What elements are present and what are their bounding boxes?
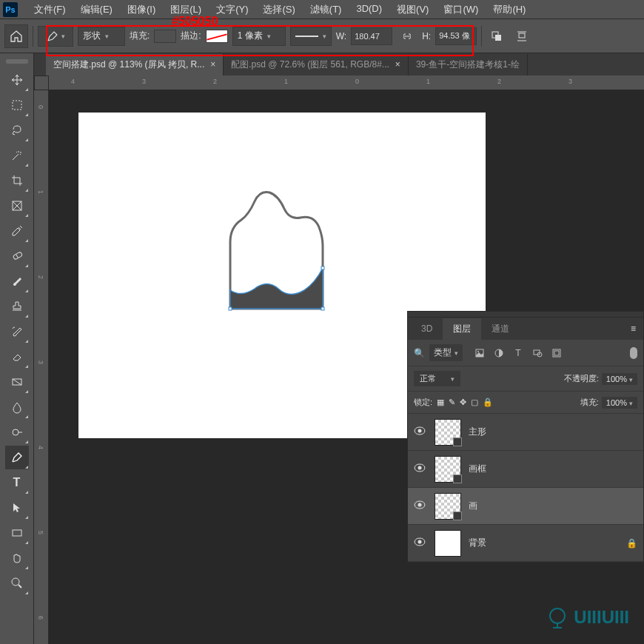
stamp-tool[interactable] <box>5 295 29 318</box>
ruler-vertical[interactable]: 0123456 <box>34 90 49 644</box>
ruler-horizontal[interactable]: 43210123 <box>49 76 644 90</box>
document-tab[interactable]: 39-鱼干-空间搭建考核1-绘 <box>409 54 528 76</box>
filter-smart-icon[interactable] <box>550 346 563 360</box>
svg-point-28 <box>418 466 422 470</box>
layer-row[interactable]: 背景🔒 <box>408 525 643 562</box>
blend-mode-value: 正常 <box>420 373 436 384</box>
link-dimensions-button[interactable] <box>397 26 417 47</box>
pen-tool[interactable] <box>5 446 29 469</box>
lock-artboard-icon[interactable]: ▢ <box>471 398 478 407</box>
search-icon: 🔍 <box>414 348 425 358</box>
stroke-swatch[interactable] <box>206 30 228 43</box>
hand-tool[interactable] <box>5 546 29 570</box>
menu-滤镜(T)[interactable]: 滤镜(T) <box>303 1 349 19</box>
w-label: W: <box>336 31 346 41</box>
tool-preset[interactable]: ▾ <box>38 26 73 47</box>
document-tab[interactable]: 空间搭建.psd @ 113% (屏风 拷贝, R...× <box>46 54 224 76</box>
fill-swatch[interactable] <box>154 30 176 43</box>
vector-shape[interactable] <box>219 187 338 320</box>
filter-type-icon[interactable]: T <box>511 346 525 360</box>
layer-row[interactable]: 画框 <box>408 451 643 488</box>
chevron-down-icon: ▾ <box>105 33 109 40</box>
eraser-tool[interactable] <box>5 345 29 369</box>
lock-brush-icon[interactable]: ✎ <box>449 398 455 407</box>
filter-type-dropdown[interactable]: 类型 ▾ <box>429 344 463 361</box>
layer-thumbnail[interactable] <box>435 419 461 446</box>
filter-shape-icon[interactable] <box>531 346 544 360</box>
menu-窗口(W)[interactable]: 窗口(W) <box>436 1 486 19</box>
menu-文件(F)[interactable]: 文件(F) <box>27 1 73 19</box>
history-brush-tool[interactable] <box>5 320 29 343</box>
layer-thumbnail[interactable] <box>435 493 461 520</box>
menu-选择(S)[interactable]: 选择(S) <box>255 1 302 19</box>
menu-编辑(E)[interactable]: 编辑(E) <box>73 1 120 19</box>
stroke-style-dropdown[interactable]: ▾ <box>290 27 332 46</box>
mode-dropdown[interactable]: 形状 ▾ <box>78 27 125 46</box>
chevron-down-icon: ▾ <box>267 33 271 40</box>
toolbar: T <box>0 53 34 644</box>
width-input[interactable] <box>351 27 392 45</box>
panel-menu-button[interactable]: ≡ <box>626 319 640 338</box>
watermark: UIIIUIII <box>546 606 629 629</box>
close-icon[interactable]: × <box>395 59 400 70</box>
menu-3D(D)[interactable]: 3D(D) <box>349 1 389 19</box>
filter-pixel-icon[interactable] <box>473 346 486 360</box>
marquee-tool[interactable] <box>5 93 29 117</box>
filter-adjust-icon[interactable] <box>492 346 506 360</box>
panel-tab-通道[interactable]: 通道 <box>481 318 520 340</box>
svg-rect-3 <box>519 33 525 38</box>
zoom-tool[interactable] <box>5 571 29 595</box>
menu-帮助(H)[interactable]: 帮助(H) <box>486 1 533 19</box>
lock-all-icon[interactable]: 🔒 <box>483 398 493 407</box>
layer-row[interactable]: 主形 <box>408 414 643 451</box>
lock-row: 锁定: ▦ ✎ ✥ ▢ 🔒 填充: 100% ▾ <box>408 392 643 414</box>
lock-position-icon[interactable]: ✥ <box>460 398 466 407</box>
lock-pixels-icon[interactable]: ▦ <box>437 398 444 407</box>
panel-grip[interactable] <box>408 312 643 318</box>
menu-视图(V)[interactable]: 视图(V) <box>389 1 436 19</box>
ps-logo: Ps <box>3 2 18 17</box>
eyedropper-tool[interactable] <box>5 219 29 243</box>
line-icon <box>295 36 318 37</box>
frame-tool[interactable] <box>5 194 29 218</box>
layer-thumbnail[interactable] <box>435 456 461 483</box>
panel-tab-图层[interactable]: 图层 <box>443 318 481 340</box>
filter-toggle[interactable] <box>630 347 637 359</box>
move-tool[interactable] <box>5 68 29 92</box>
blend-mode-dropdown[interactable]: 正常 ▾ <box>414 371 460 386</box>
opacity-input[interactable]: 100% ▾ <box>602 373 637 385</box>
type-tool[interactable]: T <box>5 471 29 494</box>
align-icon <box>516 30 528 42</box>
path-ops-button[interactable] <box>486 26 507 47</box>
ruler-corner <box>34 76 49 90</box>
gradient-tool[interactable] <box>5 370 29 394</box>
blur-tool[interactable] <box>5 395 29 419</box>
crop-tool[interactable] <box>5 169 29 192</box>
menu-图像(I)[interactable]: 图像(I) <box>120 1 163 19</box>
magic-wand-tool[interactable] <box>5 144 29 167</box>
visibility-icon[interactable] <box>414 500 427 511</box>
path-ops-icon <box>491 30 503 42</box>
align-button[interactable] <box>511 26 532 47</box>
path-select-tool[interactable] <box>5 496 29 520</box>
document-tab[interactable]: 配图.psd @ 72.6% (图层 561, RGB/8#...× <box>224 54 409 76</box>
healing-tool[interactable] <box>5 244 29 268</box>
rectangle-tool[interactable] <box>5 521 29 545</box>
height-input[interactable] <box>435 27 477 45</box>
divider <box>481 26 482 47</box>
toolbar-handle[interactable] <box>6 59 28 64</box>
lasso-tool[interactable] <box>5 118 29 142</box>
stroke-width-dropdown[interactable]: 1 像素 ▾ <box>232 27 286 46</box>
home-button[interactable] <box>4 24 28 48</box>
dodge-tool[interactable] <box>5 420 29 444</box>
panel-tab-3D[interactable]: 3D <box>411 319 443 338</box>
close-icon[interactable]: × <box>210 59 215 70</box>
svg-rect-26 <box>554 351 559 355</box>
brush-tool[interactable] <box>5 269 29 293</box>
visibility-icon[interactable] <box>414 537 427 549</box>
layer-thumbnail[interactable] <box>435 530 461 557</box>
visibility-icon[interactable] <box>414 426 427 437</box>
fill-opacity-input[interactable]: 100% ▾ <box>602 397 637 409</box>
layer-row[interactable]: 画 <box>408 488 643 525</box>
visibility-icon[interactable] <box>414 463 427 474</box>
